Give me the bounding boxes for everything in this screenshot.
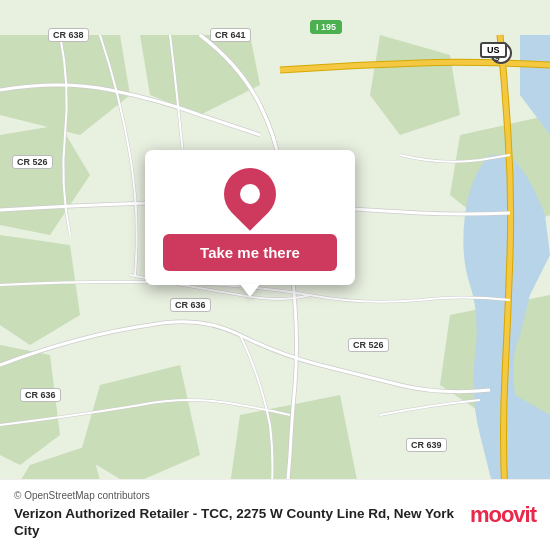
bottom-bar: © OpenStreetMap contributors Verizon Aut…: [0, 479, 550, 550]
bottom-info: © OpenStreetMap contributors Verizon Aut…: [14, 490, 460, 540]
road-label-cr636b: CR 636: [20, 388, 61, 402]
road-label-cr526a: CR 526: [12, 155, 53, 169]
business-name: Verizon Authorized Retailer - TCC, 2275 …: [14, 505, 460, 540]
road-label-i195: I 195: [310, 20, 342, 34]
take-me-there-button[interactable]: Take me there: [163, 234, 337, 271]
road-label-cr526b: CR 526: [348, 338, 389, 352]
road-label-cr636a: CR 636: [170, 298, 211, 312]
road-label-cr641: CR 641: [210, 28, 251, 42]
road-label-cr638: CR 638: [48, 28, 89, 42]
map-container: CR 638 CR 641 I 195 US9 CR 526 CR 5 CR 5…: [0, 0, 550, 550]
location-pin-icon: [213, 157, 287, 231]
moovit-logo: moovit: [470, 502, 536, 528]
moovit-logo-text: moovit: [470, 502, 536, 528]
svg-marker-1: [0, 125, 90, 235]
road-label-us-right: US: [480, 42, 507, 58]
svg-marker-6: [370, 35, 460, 135]
location-pin-center: [240, 184, 260, 204]
road-label-cr639: CR 639: [406, 438, 447, 452]
svg-marker-9: [80, 365, 200, 485]
popup-card: Take me there: [145, 150, 355, 285]
svg-marker-2: [0, 235, 80, 345]
osm-attribution: © OpenStreetMap contributors: [14, 490, 460, 501]
